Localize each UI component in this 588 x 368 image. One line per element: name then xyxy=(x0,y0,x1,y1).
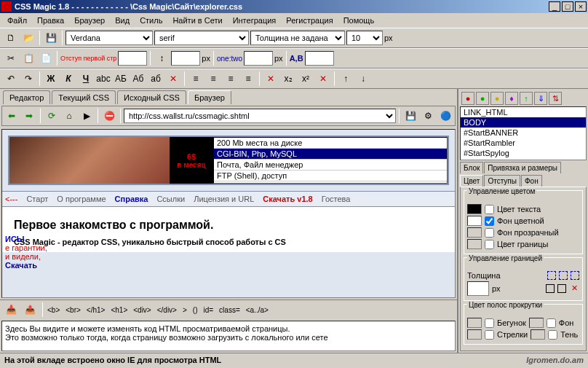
maximize-button[interactable]: □ xyxy=(562,1,573,12)
tab-Редактор[interactable]: Редактор xyxy=(3,90,50,104)
tree-up-button[interactable]: ↑ xyxy=(520,92,533,105)
nav-Ссылки[interactable]: Ссылки xyxy=(156,195,185,203)
tree-down-button[interactable]: ⇓ xyxy=(534,92,547,105)
color-swatch-0[interactable] xyxy=(467,204,482,214)
nav-Старт[interactable]: Старт xyxy=(26,195,48,203)
scroll-bg-swatch[interactable] xyxy=(529,318,544,328)
banner-item[interactable]: Почта, Файл менеджер xyxy=(214,160,447,171)
border-preset-1[interactable] xyxy=(546,284,555,293)
format-btn-2[interactable]: Ч xyxy=(78,71,94,87)
scroll-arrow-check[interactable] xyxy=(485,330,494,340)
format-btn-7[interactable]: ✕ xyxy=(165,71,181,87)
scroll-bg-check[interactable] xyxy=(547,318,556,328)
xbtn-1[interactable]: x₂ xyxy=(280,71,296,87)
color-check-0[interactable] xyxy=(485,205,494,214)
selector-tree[interactable]: LINK_HTMLBODY#StartBANNER#StartRambler#S… xyxy=(460,106,587,160)
tab-Исходный CSS[interactable]: Исходный CSS xyxy=(117,90,186,104)
redo-button[interactable]: ↷ xyxy=(20,71,36,87)
forward-button[interactable]: ➡ xyxy=(21,108,37,124)
xbtn-3[interactable]: ✕ xyxy=(315,71,331,87)
close-button[interactable]: × xyxy=(575,1,587,12)
tree-move-button[interactable]: ♦ xyxy=(505,92,518,105)
menu-Стиль[interactable]: Стиль xyxy=(135,15,167,26)
spacing-input[interactable] xyxy=(244,51,273,66)
color-check-1[interactable] xyxy=(485,216,494,226)
extract-button[interactable]: 📤 xyxy=(22,302,38,318)
thickness-select[interactable]: Толщина не задана xyxy=(250,31,345,45)
stop-button[interactable]: ⛔ xyxy=(101,108,117,124)
banner-list[interactable]: 200 Mb места на дискеCGI-BIN, Php, MySQL… xyxy=(213,137,448,184)
border-style-1[interactable] xyxy=(547,271,556,280)
indent-input[interactable] xyxy=(118,51,147,66)
rtab-Блок[interactable]: Блок xyxy=(460,162,483,173)
border-clear-button[interactable]: ✕ xyxy=(569,283,579,294)
color-picker-button[interactable]: 🔵 xyxy=(437,108,453,124)
height-button[interactable]: ↕ xyxy=(154,50,170,66)
tab-Текущий CSS[interactable]: Текущий CSS xyxy=(52,90,116,104)
align-btn-0[interactable]: ≡ xyxy=(188,71,204,87)
format-btn-5[interactable]: Аб xyxy=(130,71,146,87)
tree-item[interactable]: #StartSpylog xyxy=(461,148,586,158)
url-input[interactable]: http://css.wallst.ru/cssmagic.shtml xyxy=(124,109,396,123)
border-preset-2[interactable] xyxy=(557,284,566,293)
align-btn-3[interactable]: ≡ xyxy=(240,71,256,87)
new-button[interactable]: 🗋 xyxy=(3,30,19,46)
format-btn-0[interactable]: Ж xyxy=(43,71,59,87)
tree-item[interactable]: #StartPage xyxy=(461,158,586,160)
menu-Браузер[interactable]: Браузер xyxy=(70,15,109,26)
banner-item[interactable]: FTP (Shell), доступ xyxy=(214,171,447,181)
tag-btn[interactable]: <br> xyxy=(65,306,81,314)
menu-Регистрация[interactable]: Регистрация xyxy=(282,15,337,26)
home-button[interactable]: ⌂ xyxy=(61,108,77,124)
font-family-select[interactable]: Verdana xyxy=(65,31,153,45)
back-button[interactable]: ⬅ xyxy=(4,108,20,124)
cut-button[interactable]: ✂ xyxy=(3,50,19,66)
format-btn-6[interactable]: аб xyxy=(148,71,164,87)
color-swatch-2[interactable] xyxy=(467,227,482,238)
tab-Браузер[interactable]: Браузер xyxy=(188,90,231,104)
tree-del-button[interactable]: ● xyxy=(461,92,474,105)
menu-Вид[interactable]: Вид xyxy=(111,15,134,26)
color-check-3[interactable] xyxy=(485,240,494,249)
tag-btn[interactable]: <a../a> xyxy=(246,306,269,314)
tree-item[interactable]: #StartRambler xyxy=(461,138,586,148)
tag-btn[interactable]: () xyxy=(193,306,198,314)
scroll-thumb-check[interactable] xyxy=(485,318,494,328)
scroll-arrow-swatch[interactable] xyxy=(467,329,482,340)
arrow-btn-0[interactable]: ↑ xyxy=(338,71,354,87)
tag-btn[interactable]: > xyxy=(183,306,187,314)
tree-add-button[interactable]: ● xyxy=(476,92,489,105)
scroll-shadow-swatch[interactable] xyxy=(531,329,545,340)
ab-input[interactable] xyxy=(305,51,334,66)
insert-button[interactable]: 📥 xyxy=(3,302,19,318)
banner-item[interactable]: CGI-BIN, Php, MySQL xyxy=(214,149,447,160)
menu-Правка[interactable]: Правка xyxy=(33,15,68,26)
format-btn-1[interactable]: К xyxy=(60,71,76,87)
rtab-Отступы[interactable]: Отступы xyxy=(484,175,520,187)
save-button[interactable]: 💾 xyxy=(43,30,59,46)
rtab-Фон[interactable]: Фон xyxy=(521,175,542,187)
height-input[interactable] xyxy=(171,51,200,66)
xbtn-0[interactable]: ✕ xyxy=(263,71,279,87)
nav-Лицензия и URL[interactable]: Лицензия и URL xyxy=(194,195,254,203)
scroll-thumb-swatch[interactable] xyxy=(467,318,482,328)
align-btn-1[interactable]: ≡ xyxy=(205,71,221,87)
border-style-2[interactable] xyxy=(559,271,568,280)
tag-btn[interactable]: <div> xyxy=(133,306,151,314)
nav-Гостева[interactable]: Гостева xyxy=(322,195,351,203)
color-swatch-1[interactable] xyxy=(467,216,482,226)
color-swatch-3[interactable] xyxy=(467,239,482,249)
menu-Найти в Сети[interactable]: Найти в Сети xyxy=(168,15,226,26)
xbtn-2[interactable]: x² xyxy=(298,71,314,87)
paste-button[interactable]: 📄 xyxy=(38,50,54,66)
menu-Файл[interactable]: Файл xyxy=(3,15,31,26)
scroll-shadow-check[interactable] xyxy=(548,330,557,340)
nav-О программе[interactable]: О программе xyxy=(57,195,106,203)
refresh-button[interactable]: ⟳ xyxy=(44,108,60,124)
tag-btn[interactable]: </h1> xyxy=(87,306,106,314)
open-button[interactable]: 📂 xyxy=(20,30,36,46)
copy-button[interactable]: 📋 xyxy=(20,50,36,66)
format-btn-4[interactable]: АБ xyxy=(113,71,129,87)
tool-button[interactable]: ⚙ xyxy=(420,108,436,124)
menu-Интеграция[interactable]: Интеграция xyxy=(229,15,281,26)
